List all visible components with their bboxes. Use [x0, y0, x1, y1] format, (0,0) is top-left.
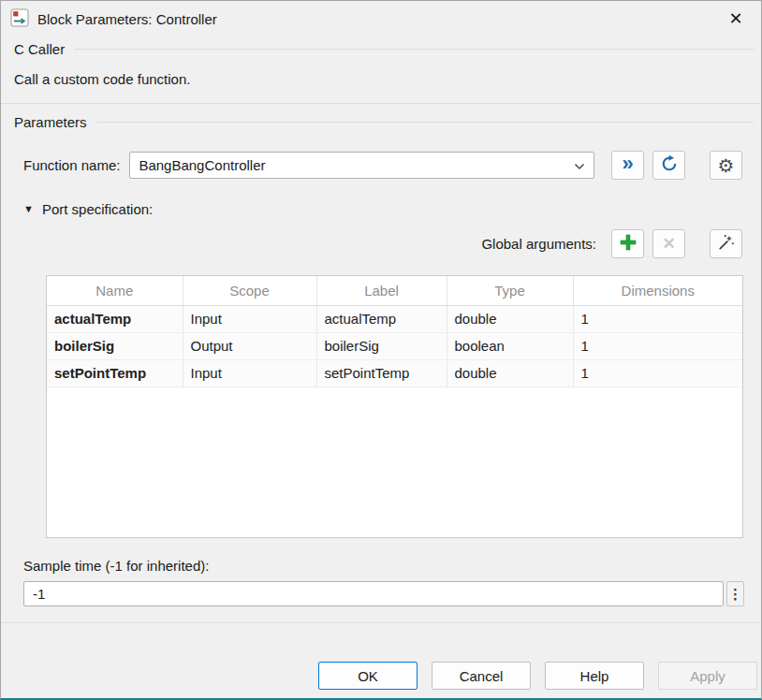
- title-bar: Block Parameters: Controller ✕: [1, 1, 761, 36]
- refresh-button[interactable]: [652, 151, 685, 180]
- sample-time-label: Sample time (-1 for inherited):: [23, 558, 761, 574]
- cell-dimensions[interactable]: 1: [573, 359, 742, 386]
- footer-button-bar: OK Cancel Help Apply: [1, 662, 761, 698]
- header-rule: [74, 49, 754, 50]
- magic-wand-icon: [717, 233, 736, 255]
- close-icon[interactable]: ✕: [724, 7, 748, 31]
- apply-button[interactable]: Apply: [658, 662, 757, 690]
- double-chevron-icon: »: [622, 153, 633, 174]
- table-row: boilerSig Output boilerSig boolean 1: [47, 332, 742, 359]
- block-description: Call a custom code function.: [14, 71, 748, 87]
- column-header-dimensions: Dimensions: [573, 276, 742, 305]
- cell-name[interactable]: boilerSig: [47, 332, 183, 359]
- column-header-label: Label: [316, 276, 447, 305]
- sample-time-menu-button[interactable]: ⋮: [726, 581, 744, 606]
- cell-name[interactable]: actualTemp: [47, 305, 183, 332]
- help-button[interactable]: Help: [545, 662, 644, 690]
- delete-icon: ✕: [662, 236, 675, 252]
- global-arguments-row: Global arguments: ✕: [1, 229, 742, 258]
- block-type-label: C Caller: [14, 41, 65, 57]
- column-header-scope: Scope: [183, 276, 316, 305]
- function-name-value: BangBangController: [139, 157, 574, 173]
- block-type-header: C Caller: [14, 41, 754, 57]
- refresh-icon: [660, 154, 679, 176]
- cell-label[interactable]: actualTemp: [316, 305, 447, 332]
- parameters-header: Parameters: [14, 114, 754, 130]
- table-row: actualTemp Input actualTemp double 1: [47, 305, 742, 332]
- plus-icon: [619, 233, 637, 255]
- simulink-block-icon: [10, 8, 29, 30]
- ok-button[interactable]: OK: [318, 662, 418, 690]
- cell-label[interactable]: setPointTemp: [316, 359, 447, 386]
- expand-code-button[interactable]: »: [611, 151, 644, 180]
- collapse-triangle-icon: ▼: [23, 204, 34, 214]
- delete-argument-button[interactable]: ✕: [652, 229, 685, 258]
- sample-time-row: ⋮: [23, 581, 744, 606]
- add-argument-button[interactable]: [611, 229, 644, 258]
- table-header-row: Name Scope Label Type Dimensions: [47, 276, 742, 305]
- column-header-name: Name: [47, 276, 183, 305]
- block-parameters-dialog: Block Parameters: Controller ✕ C Caller …: [0, 0, 762, 700]
- sample-time-input[interactable]: [23, 581, 724, 606]
- cancel-button[interactable]: Cancel: [432, 662, 531, 690]
- cell-type[interactable]: boolean: [447, 332, 573, 359]
- cell-scope[interactable]: Input: [183, 359, 316, 386]
- dialog-title: Block Parameters: Controller: [37, 11, 217, 27]
- function-name-row: Function name: BangBangController » ⚙: [23, 151, 742, 180]
- cell-name[interactable]: setPointTemp: [47, 359, 183, 386]
- footer-divider: [1, 622, 761, 623]
- section-divider: [1, 103, 761, 104]
- settings-button[interactable]: ⚙: [710, 151, 742, 180]
- parameters-label: Parameters: [14, 114, 87, 130]
- column-header-type: Type: [447, 276, 573, 305]
- chevron-down-icon: [574, 157, 585, 173]
- global-arguments-label: Global arguments:: [481, 236, 596, 252]
- table-row: setPointTemp Input setPointTemp double 1: [47, 359, 742, 386]
- cell-label[interactable]: boilerSig: [316, 332, 447, 359]
- function-name-label: Function name:: [23, 157, 120, 173]
- port-spec-label: Port specification:: [42, 201, 153, 217]
- function-name-combobox[interactable]: BangBangController: [129, 152, 594, 179]
- cell-scope[interactable]: Output: [183, 332, 316, 359]
- header-rule: [96, 122, 754, 123]
- port-spec-row[interactable]: ▼ Port specification:: [23, 201, 761, 217]
- function-toolbar: » ⚙: [611, 151, 742, 180]
- cell-dimensions[interactable]: 1: [573, 332, 742, 359]
- cell-scope[interactable]: Input: [183, 305, 316, 332]
- port-table: Name Scope Label Type Dimensions actualT…: [46, 275, 743, 538]
- cell-type[interactable]: double: [447, 305, 573, 332]
- gear-icon: ⚙: [718, 156, 735, 175]
- cell-dimensions[interactable]: 1: [573, 305, 742, 332]
- cell-type[interactable]: double: [447, 359, 573, 386]
- vertical-dots-icon: ⋮: [728, 586, 742, 603]
- auto-fill-button[interactable]: [710, 229, 742, 258]
